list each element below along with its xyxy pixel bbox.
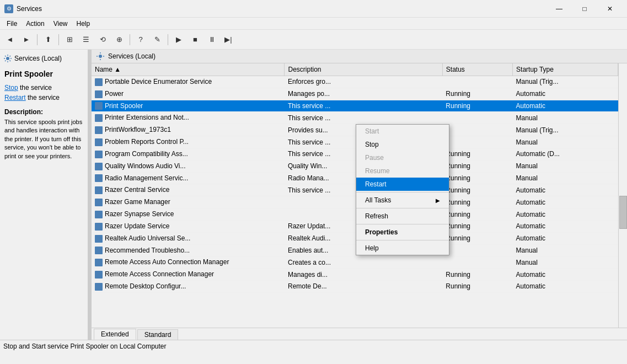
ctx-item-restart[interactable]: Restart — [356, 178, 449, 191]
table-row[interactable]: Problem Reports Control P...This service… — [92, 136, 618, 148]
ctx-item-help[interactable]: Help — [356, 242, 449, 255]
cell-name: Radio Management Servic... — [92, 172, 285, 184]
cell-status — [442, 76, 512, 88]
table-row[interactable]: Portable Device Enumerator ServiceEnforc… — [92, 76, 618, 88]
menu-action[interactable]: Action — [22, 19, 49, 29]
ctx-item-stop[interactable]: Stop — [356, 138, 449, 151]
row-service-icon — [95, 102, 103, 110]
ctx-separator — [356, 224, 449, 224]
cell-status: Running — [442, 281, 512, 293]
table-row[interactable]: Quality Windows Audio Vi...Quality Win..… — [92, 160, 618, 172]
table-row[interactable]: Print SpoolerThis service ...RunningAuto… — [92, 100, 618, 112]
row-service-icon — [95, 90, 103, 98]
cell-name: Portable Device Enumerator Service — [92, 76, 285, 88]
table-row[interactable]: Razer Synapse ServiceRunningAutomatic — [92, 208, 618, 221]
tb-properties[interactable]: ✎ — [149, 32, 165, 47]
restart-link[interactable]: Restart — [4, 94, 26, 101]
cell-name: Realtek Audio Universal Se... — [92, 232, 285, 244]
table-row[interactable]: Realtek Audio Universal Se...Realtek Aud… — [92, 232, 618, 244]
table-row[interactable]: Printer Extensions and Not...This servic… — [92, 112, 618, 124]
table-row[interactable]: Remote Access Auto Connection ManagerCre… — [92, 256, 618, 269]
table-row[interactable]: Recommended Troublesho...Enables aut...M… — [92, 244, 618, 256]
cell-name: Razer Central Service — [92, 184, 285, 196]
restart-action: Restart the service — [4, 94, 83, 101]
table-row[interactable]: Remote Desktop Configur...Remote De...Ru… — [92, 281, 618, 293]
row-service-icon — [95, 223, 103, 231]
cell-startup: Automatic — [513, 184, 618, 196]
table-row[interactable]: PowerManages po...RunningAutomatic — [92, 88, 618, 100]
cell-startup: Automatic — [513, 281, 618, 293]
tab-extended[interactable]: Extended — [94, 329, 136, 340]
menu-help[interactable]: Help — [72, 19, 95, 29]
cell-name: Printer Extensions and Not... — [92, 112, 285, 124]
tb-forward[interactable]: ► — [19, 32, 34, 47]
services-table-container[interactable]: Name ▲ Description Status Startup Type P… — [92, 63, 618, 328]
title-bar: ⚙ Services — □ ✕ — [0, 0, 627, 18]
tb-show-hide[interactable]: ⊞ — [62, 32, 77, 47]
svg-point-1 — [99, 55, 102, 58]
cell-name: Problem Reports Control P... — [92, 136, 285, 148]
tb-stop[interactable]: ■ — [187, 32, 203, 47]
row-service-icon — [95, 174, 103, 182]
cell-startup: Automatic — [513, 220, 618, 232]
table-row[interactable]: Radio Management Servic...Radio Mana...R… — [92, 172, 618, 184]
tb-connect[interactable]: ⊕ — [111, 32, 127, 47]
tb-up[interactable]: ⬆ — [40, 32, 56, 47]
tab-standard[interactable]: Standard — [137, 329, 179, 340]
ctx-item-refresh[interactable]: Refresh — [356, 210, 449, 223]
service-description: This service spools print jobs and handl… — [4, 118, 83, 160]
cell-status: Running — [442, 148, 512, 160]
col-header-desc[interactable]: Description — [285, 63, 442, 76]
maximize-button[interactable]: □ — [572, 0, 597, 18]
tb-back[interactable]: ◄ — [2, 32, 18, 47]
scrollbar-thumb[interactable] — [619, 196, 627, 229]
cell-startup: Automatic — [513, 88, 618, 100]
ctx-item-pause: Pause — [356, 151, 449, 164]
toolbar-sep-4 — [168, 34, 168, 45]
status-bar: Stop and Start service Print Spooler on … — [0, 340, 627, 352]
cell-name: Remote Access Auto Connection Manager — [92, 256, 285, 269]
panel-header: Services (Local) — [92, 50, 627, 63]
tb-restart[interactable]: ▶| — [221, 32, 236, 47]
tb-list[interactable]: ☰ — [78, 32, 94, 47]
status-text: Stop and Start service Print Spooler on … — [3, 342, 167, 350]
cell-startup: Manual — [513, 136, 618, 148]
stop-action: Stop the service — [4, 84, 83, 92]
tb-help[interactable]: ? — [133, 32, 148, 47]
col-header-startup[interactable]: Startup Type — [513, 63, 618, 76]
minimize-button[interactable]: — — [546, 0, 572, 18]
table-row[interactable]: Razer Central ServiceThis service ...Run… — [92, 184, 618, 196]
cell-name: Quality Windows Audio Vi... — [92, 160, 285, 172]
tb-pause[interactable]: ⏸ — [204, 32, 219, 47]
cell-status: Running — [442, 208, 512, 221]
table-row[interactable]: PrintWorkflow_1973c1Provides su...Manual… — [92, 124, 618, 136]
table-row[interactable]: Remote Access Connection ManagerManages … — [92, 269, 618, 281]
scrollbar[interactable] — [618, 63, 627, 328]
col-header-status[interactable]: Status — [442, 63, 512, 76]
table-row[interactable]: Program Compatibility Ass...This service… — [92, 148, 618, 160]
menu-view[interactable]: View — [49, 19, 72, 29]
row-service-icon — [95, 283, 103, 291]
ctx-item-properties[interactable]: Properties — [356, 226, 449, 239]
cell-description: Manages po... — [285, 88, 442, 100]
service-title: Print Spooler — [4, 69, 83, 78]
tb-play[interactable]: ▶ — [171, 32, 186, 47]
table-header-row: Name ▲ Description Status Startup Type — [92, 63, 618, 76]
row-service-icon — [95, 199, 103, 206]
col-header-name[interactable]: Name ▲ — [92, 63, 285, 76]
table-row[interactable]: Razer Game ManagerRunningAutomatic — [92, 196, 618, 208]
tb-refresh[interactable]: ⟲ — [95, 32, 110, 47]
ctx-item-all-tasks[interactable]: All Tasks▶ — [356, 194, 449, 207]
table-row[interactable]: Razer Update ServiceRazer Updat...Runnin… — [92, 220, 618, 232]
cell-status — [442, 124, 512, 136]
cell-startup: Automatic — [513, 269, 618, 281]
cell-status: Running — [442, 220, 512, 232]
ctx-separator — [356, 208, 449, 208]
cell-status: Running — [442, 184, 512, 196]
row-service-icon — [95, 163, 103, 170]
left-panel-header[interactable]: Services (Local) — [2, 52, 85, 65]
toolbar-sep-1 — [37, 34, 37, 45]
close-button[interactable]: ✕ — [597, 0, 623, 18]
stop-link[interactable]: Stop — [4, 84, 18, 92]
menu-file[interactable]: File — [2, 19, 22, 29]
